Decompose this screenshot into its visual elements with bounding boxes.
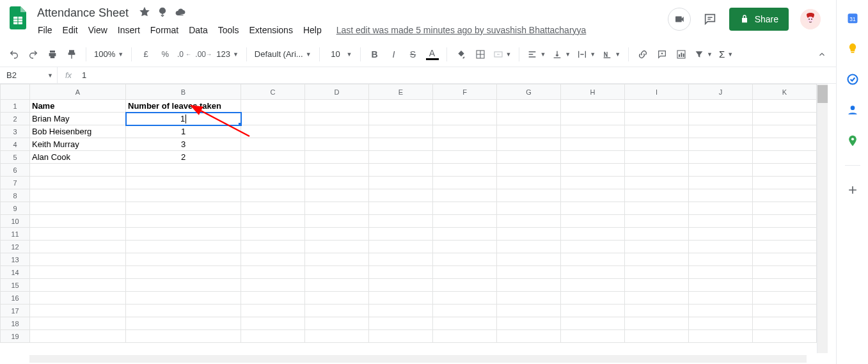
cell-F7[interactable]: [433, 177, 497, 189]
cell-B6[interactable]: [126, 164, 241, 177]
cell-F19[interactable]: [433, 330, 497, 343]
cell-I15[interactable]: [625, 279, 689, 292]
cell-B14[interactable]: [126, 266, 241, 279]
column-header-A[interactable]: A: [30, 84, 126, 100]
cell-D8[interactable]: [305, 189, 369, 202]
strikethrough-button[interactable]: S: [404, 45, 422, 63]
cell-J8[interactable]: [689, 189, 753, 202]
cell-G15[interactable]: [497, 279, 561, 292]
cell-D1[interactable]: [305, 100, 369, 113]
cell-E18[interactable]: [369, 317, 433, 330]
cell-C18[interactable]: [241, 317, 305, 330]
cell-J7[interactable]: [689, 177, 753, 189]
cell-E7[interactable]: [369, 177, 433, 189]
cell-C7[interactable]: [241, 177, 305, 189]
font-family-dropdown[interactable]: Default (Ari...▼: [252, 49, 314, 59]
cell-K19[interactable]: [753, 330, 817, 343]
comments-icon[interactable]: [702, 12, 718, 27]
cell-E9[interactable]: [369, 202, 433, 215]
horizontal-align-dropdown[interactable]: ▼: [525, 49, 548, 59]
cell-F13[interactable]: [433, 253, 497, 266]
sheets-logo[interactable]: [5, 5, 31, 31]
cell-C2[interactable]: [241, 113, 305, 125]
cell-C16[interactable]: [241, 292, 305, 305]
cell-H12[interactable]: [561, 241, 625, 253]
column-header-D[interactable]: D: [305, 84, 369, 100]
cell-E15[interactable]: [369, 279, 433, 292]
cell-B7[interactable]: [126, 177, 241, 189]
move-icon[interactable]: [157, 6, 168, 20]
cell-J10[interactable]: [689, 215, 753, 228]
cell-D13[interactable]: [305, 253, 369, 266]
row-header-13[interactable]: 13: [1, 253, 30, 266]
column-header-K[interactable]: K: [753, 84, 817, 100]
cell-D9[interactable]: [305, 202, 369, 215]
cell-I8[interactable]: [625, 189, 689, 202]
cell-K11[interactable]: [753, 228, 817, 241]
cell-J17[interactable]: [689, 305, 753, 317]
cell-C13[interactable]: [241, 253, 305, 266]
functions-dropdown[interactable]: Σ▼: [716, 49, 736, 59]
cell-K14[interactable]: [753, 266, 817, 279]
cell-D5[interactable]: [305, 151, 369, 164]
fill-color-button[interactable]: [452, 45, 470, 63]
cell-D18[interactable]: [305, 317, 369, 330]
cell-E13[interactable]: [369, 253, 433, 266]
cell-C10[interactable]: [241, 215, 305, 228]
row-header-19[interactable]: 19: [1, 330, 30, 343]
cell-I6[interactable]: [625, 164, 689, 177]
row-header-5[interactable]: 5: [1, 151, 30, 164]
cell-D17[interactable]: [305, 305, 369, 317]
cell-J16[interactable]: [689, 292, 753, 305]
cell-J11[interactable]: [689, 228, 753, 241]
cell-I18[interactable]: [625, 317, 689, 330]
cell-H8[interactable]: [561, 189, 625, 202]
more-formats-dropdown[interactable]: 123▼: [214, 49, 241, 59]
cell-A15[interactable]: [30, 279, 126, 292]
cell-C14[interactable]: [241, 266, 305, 279]
cell-E17[interactable]: [369, 305, 433, 317]
maps-icon[interactable]: [846, 134, 859, 147]
cell-C8[interactable]: [241, 189, 305, 202]
cell-A16[interactable]: [30, 292, 126, 305]
cell-G2[interactable]: [497, 113, 561, 125]
cell-F16[interactable]: [433, 292, 497, 305]
cell-J1[interactable]: [689, 100, 753, 113]
cell-F12[interactable]: [433, 241, 497, 253]
cell-H16[interactable]: [561, 292, 625, 305]
cell-C15[interactable]: [241, 279, 305, 292]
formula-input[interactable]: 1: [79, 70, 86, 80]
cell-K6[interactable]: [753, 164, 817, 177]
cell-A10[interactable]: [30, 215, 126, 228]
cell-G19[interactable]: [497, 330, 561, 343]
bold-button[interactable]: B: [366, 45, 384, 63]
cell-F6[interactable]: [433, 164, 497, 177]
cell-D11[interactable]: [305, 228, 369, 241]
menu-view[interactable]: View: [84, 22, 112, 38]
row-header-6[interactable]: 6: [1, 164, 30, 177]
cell-B9[interactable]: [126, 202, 241, 215]
cell-J12[interactable]: [689, 241, 753, 253]
row-header-16[interactable]: 16: [1, 292, 30, 305]
cell-K17[interactable]: [753, 305, 817, 317]
row-header-18[interactable]: 18: [1, 317, 30, 330]
cell-C5[interactable]: [241, 151, 305, 164]
text-wrap-dropdown[interactable]: ▼: [574, 49, 598, 59]
cell-K5[interactable]: [753, 151, 817, 164]
cell-C12[interactable]: [241, 241, 305, 253]
row-header-15[interactable]: 15: [1, 279, 30, 292]
menu-help[interactable]: Help: [299, 22, 326, 38]
cell-G18[interactable]: [497, 317, 561, 330]
cell-B13[interactable]: [126, 253, 241, 266]
cell-E2[interactable]: [369, 113, 433, 125]
menu-format[interactable]: Format: [146, 22, 183, 38]
cell-J4[interactable]: [689, 138, 753, 151]
insert-comment-button[interactable]: [653, 45, 671, 63]
cell-D16[interactable]: [305, 292, 369, 305]
cell-D2[interactable]: [305, 113, 369, 125]
cell-I1[interactable]: [625, 100, 689, 113]
cell-B3[interactable]: 1: [126, 125, 241, 138]
cell-C17[interactable]: [241, 305, 305, 317]
row-header-4[interactable]: 4: [1, 138, 30, 151]
menu-tools[interactable]: Tools: [214, 22, 244, 38]
